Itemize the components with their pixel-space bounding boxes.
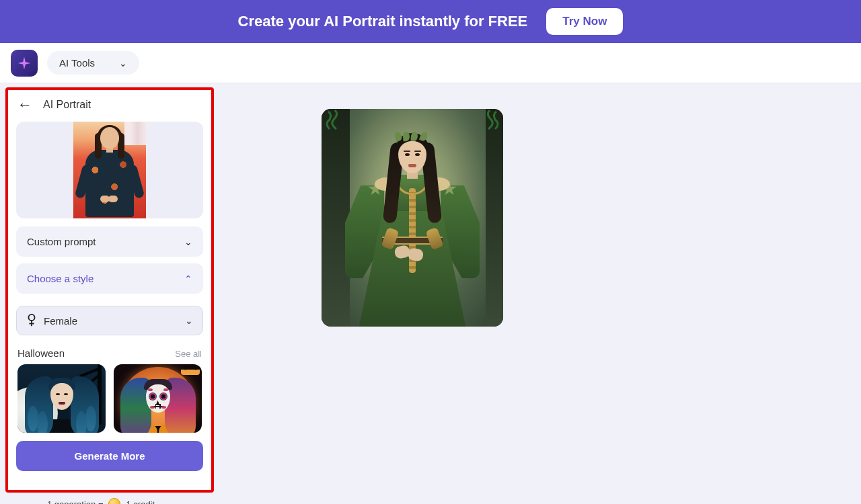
style-preview: [114, 364, 202, 433]
sparkle-icon: [17, 56, 32, 71]
chevron-down-icon: ⌄: [119, 58, 127, 69]
generate-more-button[interactable]: Generate More: [16, 441, 203, 471]
credit-prefix: 1 generation =: [47, 499, 103, 505]
svg-point-0: [28, 314, 34, 321]
gender-select[interactable]: Female ⌄: [16, 306, 203, 335]
style-tile-halloween-gothic[interactable]: [17, 364, 106, 433]
ai-tools-label: AI Tools: [59, 57, 95, 69]
see-all-link[interactable]: See all: [175, 349, 202, 359]
custom-prompt-label: Custom prompt: [27, 236, 96, 247]
back-button[interactable]: ←: [17, 96, 32, 114]
choose-style-section[interactable]: Choose a style ⌃: [16, 263, 203, 294]
style-category-title: Halloween: [17, 347, 65, 359]
credit-suffix: 1 credit: [126, 499, 155, 505]
input-image-card[interactable]: [16, 122, 203, 218]
style-preview: [17, 364, 106, 433]
credit-coin-icon: [108, 498, 120, 504]
gender-selected-label: Female: [44, 315, 178, 327]
app-logo[interactable]: [11, 50, 38, 77]
try-now-button[interactable]: Try Now: [546, 8, 623, 35]
style-tile-halloween-sugarskull[interactable]: [114, 364, 202, 433]
input-image: [73, 122, 146, 218]
ornament-icon: [322, 109, 344, 141]
promo-banner: Create your AI Portrait instantly for FR…: [0, 0, 861, 43]
ai-tools-dropdown[interactable]: AI Tools ⌄: [47, 51, 139, 75]
generated-portrait[interactable]: [322, 109, 503, 327]
navbar: AI Tools ⌄: [0, 43, 861, 83]
page-title: AI Portrait: [43, 99, 91, 111]
result-canvas: [214, 83, 861, 504]
control-panel: ← AI Portrait Custom pr: [5, 87, 214, 493]
choose-style-label: Choose a style: [27, 273, 93, 284]
credit-info: 1 generation = 1 credit: [47, 498, 214, 504]
main-area: ← AI Portrait Custom pr: [0, 83, 861, 504]
chevron-down-icon: ⌄: [185, 315, 193, 326]
chevron-down-icon: ⌄: [184, 237, 192, 247]
chevron-up-icon: ⌃: [184, 274, 192, 284]
custom-prompt-section[interactable]: Custom prompt ⌄: [16, 226, 203, 257]
ornament-icon: [480, 109, 503, 141]
promo-banner-text: Create your AI Portrait instantly for FR…: [238, 13, 528, 30]
female-icon: [26, 314, 37, 327]
